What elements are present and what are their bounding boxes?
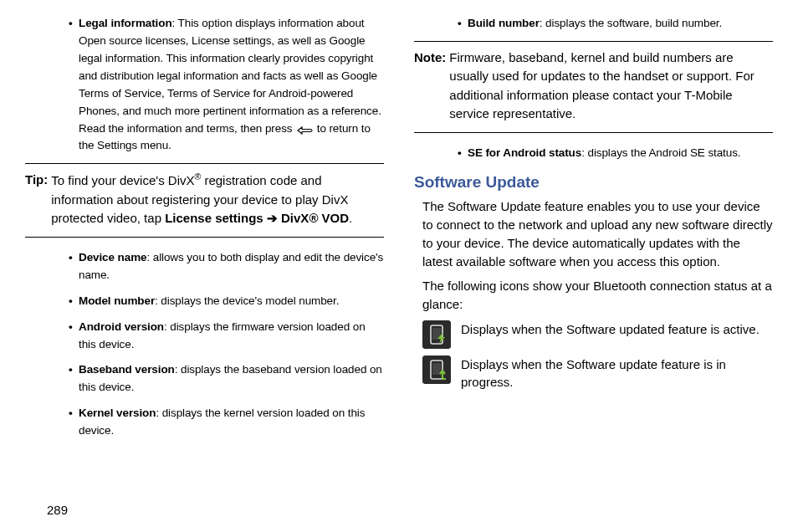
tip-body: To find your device's DivX® registration…: [51, 171, 384, 228]
bullet-list-bottom: Device name: allows you to both display …: [25, 249, 384, 440]
text-model-number: : displays the device's model number.: [155, 294, 339, 307]
icon-row-progress: Displays when the Software update featur…: [414, 356, 773, 391]
text-legal-2a: Read the information and terms, then pre…: [79, 122, 295, 135]
label-se-android: SE for Android status: [468, 146, 581, 159]
tip-body-4: .: [349, 211, 352, 225]
heading-software-update: Software Update: [414, 171, 773, 195]
label-kernel-version: Kernel version: [79, 407, 156, 419]
item-build-number: Build number: displays the software, bui…: [468, 15, 773, 33]
item-baseband-version: Baseband version: displays the baseband …: [79, 361, 384, 396]
note-body: Firmware, baseband, kernel and build num…: [449, 49, 773, 124]
tip-body-3: License settings ➔ DivX® VOD: [165, 211, 349, 225]
label-baseband-version: Baseband version: [79, 363, 175, 376]
icon-row-active: Displays when the Software updated featu…: [414, 320, 773, 349]
label-device-name: Device name: [79, 251, 146, 263]
right-column: Build number: displays the software, bui…: [414, 15, 773, 448]
item-android-version: Android version: displays the firmware v…: [79, 319, 384, 354]
label-build-number: Build number: [468, 17, 540, 29]
item-kernel-version: Kernel version: displays the kernel vers…: [79, 405, 384, 440]
software-update-progress-icon: [422, 356, 451, 384]
bullet-list-top: Legal information: This option displays …: [25, 15, 384, 155]
item-legal-information: Legal information: This option displays …: [79, 15, 384, 155]
tip-body-1: To find your device's DivX: [51, 173, 194, 187]
bullet-list-se: SE for Android status: displays the Andr…: [414, 145, 773, 162]
text-build-number: : displays the software, build number.: [540, 17, 722, 29]
content-columns: Legal information: This option displays …: [25, 15, 773, 448]
note-block: Note: Firmware, baseband, kernel and bui…: [414, 41, 773, 133]
software-update-active-icon: [422, 320, 451, 349]
tip-block: Tip: To find your device's DivX® registr…: [25, 163, 384, 238]
bullet-list-build: Build number: displays the software, bui…: [414, 15, 773, 33]
label-model-number: Model number: [79, 294, 155, 307]
text-se-android: : displays the Android SE status.: [581, 146, 740, 159]
icon-text-progress: Displays when the Software update featur…: [461, 356, 773, 391]
left-column: Legal information: This option displays …: [25, 15, 384, 448]
page-number: 289: [47, 503, 68, 517]
back-icon: [295, 124, 314, 134]
para-software-update-2: The following icons show your Bluetooth …: [414, 277, 773, 314]
text-legal-1: : This option displays information about…: [79, 17, 381, 117]
item-se-android: SE for Android status: displays the Andr…: [468, 145, 773, 162]
label-legal: Legal information: [79, 17, 172, 29]
icon-text-active: Displays when the Software updated featu…: [461, 320, 760, 338]
item-device-name: Device name: allows you to both display …: [79, 249, 384, 284]
para-software-update-1: The Software Update feature enables you …: [414, 197, 773, 270]
note-label: Note:: [414, 49, 449, 124]
tip-label: Tip:: [25, 171, 51, 228]
label-android-version: Android version: [79, 320, 164, 333]
item-model-number: Model number: displays the device's mode…: [79, 293, 384, 310]
